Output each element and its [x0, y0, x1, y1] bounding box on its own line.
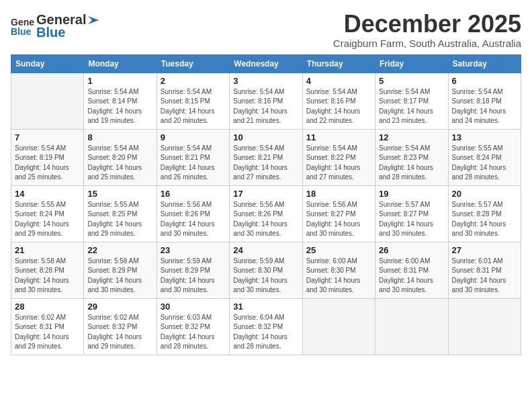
calendar-cell: 11Sunrise: 5:54 AMSunset: 8:22 PMDayligh…	[302, 129, 375, 185]
title-block: December 2025 Craigburn Farm, South Aust…	[333, 11, 521, 49]
day-info: Sunrise: 5:57 AMSunset: 8:27 PMDaylight:…	[379, 200, 444, 239]
day-number: 9	[161, 132, 226, 142]
day-info: Sunrise: 5:54 AMSunset: 8:21 PMDaylight:…	[161, 144, 226, 183]
day-info: Sunrise: 5:55 AMSunset: 8:24 PMDaylight:…	[15, 200, 80, 239]
calendar-week-row: 28Sunrise: 6:02 AMSunset: 8:31 PMDayligh…	[11, 298, 521, 355]
day-number: 1	[87, 76, 152, 86]
day-number: 7	[15, 132, 80, 142]
day-number: 10	[233, 132, 298, 142]
calendar-cell: 16Sunrise: 5:56 AMSunset: 8:26 PMDayligh…	[157, 185, 229, 242]
day-number: 15	[87, 189, 152, 199]
day-info: Sunrise: 6:00 AMSunset: 8:31 PMDaylight:…	[379, 257, 444, 295]
calendar-cell: 10Sunrise: 5:54 AMSunset: 8:21 PMDayligh…	[230, 129, 302, 185]
calendar-cell: 5Sunrise: 5:54 AMSunset: 8:17 PMDaylight…	[375, 73, 448, 129]
calendar-cell: 28Sunrise: 6:02 AMSunset: 8:31 PMDayligh…	[11, 298, 84, 355]
calendar-cell: 26Sunrise: 6:00 AMSunset: 8:31 PMDayligh…	[375, 242, 448, 298]
day-info: Sunrise: 6:01 AMSunset: 8:31 PMDaylight:…	[452, 257, 517, 295]
day-info: Sunrise: 5:54 AMSunset: 8:14 PMDaylight:…	[87, 87, 152, 126]
calendar-cell: 17Sunrise: 5:56 AMSunset: 8:26 PMDayligh…	[230, 185, 302, 242]
calendar-cell: 30Sunrise: 6:03 AMSunset: 8:32 PMDayligh…	[157, 298, 229, 355]
day-info: Sunrise: 6:04 AMSunset: 8:32 PMDaylight:…	[233, 313, 298, 352]
calendar-cell: 29Sunrise: 6:02 AMSunset: 8:32 PMDayligh…	[84, 298, 157, 355]
day-info: Sunrise: 5:54 AMSunset: 8:21 PMDaylight:…	[233, 144, 298, 183]
logo: General Blue General Blue	[11, 11, 100, 40]
calendar-cell: 23Sunrise: 5:59 AMSunset: 8:29 PMDayligh…	[157, 242, 229, 298]
calendar-week-row: 7Sunrise: 5:54 AMSunset: 8:19 PMDaylight…	[11, 129, 521, 185]
day-number: 17	[233, 189, 298, 199]
weekday-header-sunday: Sunday	[11, 54, 84, 73]
day-number: 2	[161, 76, 226, 86]
day-number: 29	[87, 302, 152, 312]
calendar-cell: 20Sunrise: 5:57 AMSunset: 8:28 PMDayligh…	[448, 185, 521, 242]
day-number: 27	[452, 245, 517, 255]
calendar-cell: 19Sunrise: 5:57 AMSunset: 8:27 PMDayligh…	[375, 185, 448, 242]
day-number: 6	[452, 76, 517, 86]
day-number: 8	[87, 132, 152, 142]
calendar-table: SundayMondayTuesdayWednesdayThursdayFrid…	[11, 54, 521, 355]
day-info: Sunrise: 5:56 AMSunset: 8:27 PMDaylight:…	[306, 200, 371, 239]
day-number: 24	[233, 245, 298, 255]
calendar-week-row: 1Sunrise: 5:54 AMSunset: 8:14 PMDaylight…	[11, 73, 521, 129]
day-info: Sunrise: 6:02 AMSunset: 8:32 PMDaylight:…	[87, 313, 152, 352]
calendar-cell	[448, 298, 521, 355]
day-number: 21	[15, 245, 80, 255]
day-number: 18	[306, 189, 371, 199]
day-number: 19	[379, 189, 444, 199]
day-info: Sunrise: 5:57 AMSunset: 8:28 PMDaylight:…	[452, 200, 517, 239]
calendar-cell: 2Sunrise: 5:54 AMSunset: 8:15 PMDaylight…	[157, 73, 229, 129]
svg-text:Blue: Blue	[11, 26, 32, 37]
calendar-cell: 21Sunrise: 5:58 AMSunset: 8:28 PMDayligh…	[11, 242, 84, 298]
weekday-header-wednesday: Wednesday	[230, 54, 302, 73]
location-subtitle: Craigburn Farm, South Australia, Austral…	[333, 38, 521, 49]
day-info: Sunrise: 5:54 AMSunset: 8:15 PMDaylight:…	[161, 87, 226, 126]
calendar-cell: 6Sunrise: 5:54 AMSunset: 8:18 PMDaylight…	[448, 73, 521, 129]
day-number: 28	[15, 302, 80, 312]
weekday-header-friday: Friday	[375, 54, 448, 73]
calendar-cell: 22Sunrise: 5:58 AMSunset: 8:29 PMDayligh…	[84, 242, 157, 298]
calendar-cell: 31Sunrise: 6:04 AMSunset: 8:32 PMDayligh…	[230, 298, 302, 355]
calendar-cell: 4Sunrise: 5:54 AMSunset: 8:16 PMDaylight…	[302, 73, 375, 129]
calendar-cell: 25Sunrise: 6:00 AMSunset: 8:30 PMDayligh…	[302, 242, 375, 298]
day-number: 13	[452, 132, 517, 142]
day-number: 12	[379, 132, 444, 142]
day-info: Sunrise: 5:54 AMSunset: 8:22 PMDaylight:…	[306, 144, 371, 183]
calendar-cell: 7Sunrise: 5:54 AMSunset: 8:19 PMDaylight…	[11, 129, 84, 185]
day-info: Sunrise: 6:02 AMSunset: 8:31 PMDaylight:…	[15, 313, 80, 352]
calendar-cell: 18Sunrise: 5:56 AMSunset: 8:27 PMDayligh…	[302, 185, 375, 242]
day-number: 11	[306, 132, 371, 142]
day-info: Sunrise: 5:55 AMSunset: 8:25 PMDaylight:…	[87, 200, 152, 239]
day-number: 16	[161, 189, 226, 199]
day-number: 4	[306, 76, 371, 86]
day-info: Sunrise: 5:58 AMSunset: 8:29 PMDaylight:…	[87, 257, 152, 295]
weekday-header-saturday: Saturday	[448, 54, 521, 73]
calendar-cell: 27Sunrise: 6:01 AMSunset: 8:31 PMDayligh…	[448, 242, 521, 298]
day-number: 5	[379, 76, 444, 86]
calendar-cell	[302, 298, 375, 355]
day-number: 23	[161, 245, 226, 255]
day-number: 3	[233, 76, 298, 86]
day-number: 31	[233, 302, 298, 312]
weekday-header-monday: Monday	[84, 54, 157, 73]
calendar-cell: 1Sunrise: 5:54 AMSunset: 8:14 PMDaylight…	[84, 73, 157, 129]
day-info: Sunrise: 6:03 AMSunset: 8:32 PMDaylight:…	[161, 313, 226, 352]
day-info: Sunrise: 5:59 AMSunset: 8:29 PMDaylight:…	[161, 257, 226, 295]
day-number: 22	[87, 245, 152, 255]
calendar-cell: 15Sunrise: 5:55 AMSunset: 8:25 PMDayligh…	[84, 185, 157, 242]
calendar-cell: 14Sunrise: 5:55 AMSunset: 8:24 PMDayligh…	[11, 185, 84, 242]
day-number: 14	[15, 189, 80, 199]
day-number: 30	[161, 302, 226, 312]
day-number: 26	[379, 245, 444, 255]
day-info: Sunrise: 5:54 AMSunset: 8:18 PMDaylight:…	[452, 87, 517, 126]
day-info: Sunrise: 6:00 AMSunset: 8:30 PMDaylight:…	[306, 257, 371, 295]
calendar-cell: 12Sunrise: 5:54 AMSunset: 8:23 PMDayligh…	[375, 129, 448, 185]
day-info: Sunrise: 5:54 AMSunset: 8:17 PMDaylight:…	[379, 87, 444, 126]
day-info: Sunrise: 5:54 AMSunset: 8:16 PMDaylight:…	[306, 87, 371, 126]
calendar-cell: 8Sunrise: 5:54 AMSunset: 8:20 PMDaylight…	[84, 129, 157, 185]
calendar-cell: 13Sunrise: 5:55 AMSunset: 8:24 PMDayligh…	[448, 129, 521, 185]
calendar-cell	[375, 298, 448, 355]
calendar-cell	[11, 73, 84, 129]
calendar-cell: 24Sunrise: 5:59 AMSunset: 8:30 PMDayligh…	[230, 242, 302, 298]
day-info: Sunrise: 5:54 AMSunset: 8:20 PMDaylight:…	[87, 144, 152, 183]
day-info: Sunrise: 5:56 AMSunset: 8:26 PMDaylight:…	[161, 200, 226, 239]
day-info: Sunrise: 5:54 AMSunset: 8:23 PMDaylight:…	[379, 144, 444, 183]
